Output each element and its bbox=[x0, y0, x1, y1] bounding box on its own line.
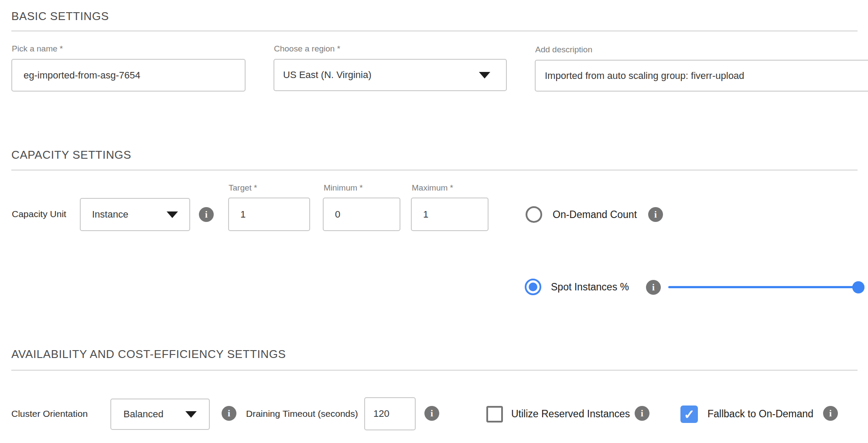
chevron-down-icon bbox=[167, 211, 178, 218]
cluster-orientation-select-value: Balanced bbox=[123, 409, 164, 420]
cluster-orientation-label: Cluster Orientation bbox=[11, 409, 88, 419]
draining-timeout-label: Draining Timeout (seconds) bbox=[246, 409, 358, 419]
fallback-to-on-demand-info-icon[interactable]: i bbox=[823, 406, 838, 421]
fallback-to-on-demand-checkbox[interactable]: ✓ bbox=[680, 406, 698, 423]
basic-settings-title: BASIC SETTINGS bbox=[11, 10, 109, 23]
spot-percentage-slider-track[interactable] bbox=[668, 286, 858, 288]
draining-timeout-info-icon[interactable]: i bbox=[424, 406, 439, 421]
maximum-field-label: Maximum * bbox=[412, 183, 453, 193]
availability-settings-title: AVAILABILITY AND COST-EFFICIENCY SETTING… bbox=[11, 348, 286, 361]
capacity-settings-divider bbox=[11, 170, 858, 170]
chevron-down-icon bbox=[479, 72, 490, 78]
name-input[interactable] bbox=[11, 59, 246, 92]
on-demand-count-label: On-Demand Count bbox=[553, 209, 637, 221]
cluster-orientation-info-icon[interactable]: i bbox=[222, 406, 236, 421]
radio-dot bbox=[530, 210, 538, 219]
spot-instances-label: Spot Instances % bbox=[551, 281, 629, 293]
region-select[interactable]: US East (N. Virginia) bbox=[273, 59, 507, 91]
radio-dot bbox=[529, 283, 537, 291]
minimum-field-label: Minimum * bbox=[324, 183, 363, 193]
target-field-label: Target * bbox=[229, 183, 257, 193]
capacity-unit-select[interactable]: Instance bbox=[80, 198, 190, 231]
spot-percentage-slider-handle[interactable] bbox=[852, 281, 865, 293]
availability-settings-divider bbox=[11, 370, 858, 371]
region-field-label: Choose a region * bbox=[274, 44, 340, 54]
spot-instances-info-icon[interactable]: i bbox=[646, 280, 661, 295]
maximum-input[interactable] bbox=[411, 198, 489, 231]
capacity-unit-info-icon[interactable]: i bbox=[199, 207, 214, 222]
minimum-input[interactable] bbox=[323, 198, 400, 231]
target-input[interactable] bbox=[228, 198, 310, 231]
draining-timeout-input[interactable] bbox=[364, 397, 416, 430]
description-input[interactable] bbox=[535, 60, 868, 92]
elastigroup-settings-form: BASIC SETTINGS Pick a name * Choose a re… bbox=[0, 0, 868, 443]
capacity-unit-label: Capacity Unit bbox=[12, 209, 66, 219]
utilize-reserved-instances-checkbox[interactable]: ✓ bbox=[486, 406, 503, 423]
capacity-settings-title: CAPACITY SETTINGS bbox=[11, 148, 131, 162]
utilize-reserved-instances-info-icon[interactable]: i bbox=[635, 406, 649, 421]
fallback-to-on-demand-label: Fallback to On-Demand bbox=[707, 408, 813, 420]
on-demand-count-info-icon[interactable]: i bbox=[648, 207, 663, 222]
basic-settings-divider bbox=[11, 31, 858, 31]
on-demand-count-radio[interactable] bbox=[526, 206, 542, 223]
capacity-unit-select-value: Instance bbox=[92, 209, 128, 220]
name-field-label: Pick a name * bbox=[12, 44, 63, 54]
description-field-label: Add description bbox=[535, 45, 592, 55]
chevron-down-icon bbox=[185, 411, 197, 418]
region-select-value: US East (N. Virginia) bbox=[283, 69, 372, 81]
cluster-orientation-select[interactable]: Balanced bbox=[110, 399, 210, 430]
spot-instances-radio[interactable] bbox=[525, 279, 541, 295]
utilize-reserved-instances-label: Utilize Reserved Instances bbox=[511, 408, 630, 420]
